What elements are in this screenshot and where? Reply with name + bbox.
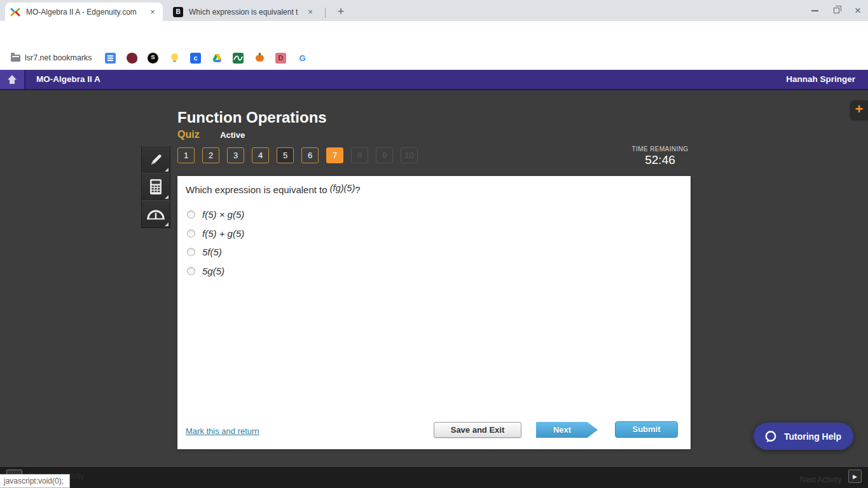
question-card: Which expression is equivalent to (fg)(5… [177,176,691,449]
window-minimize-button[interactable] [805,0,824,21]
quiz-status-badge: Active [220,130,245,140]
question-suffix: ? [355,184,360,195]
bookmark-google-drive-icon[interactable] [212,53,223,64]
bookmark-d-tile-icon[interactable]: D [275,53,286,64]
activity-bar: Previous Activity Next Activity ▶ [0,467,868,488]
tab-edgenuity[interactable]: MO-Algebra II A - Edgenuity.com × [5,3,163,21]
time-remaining-label: TIME REMAINING [623,146,697,152]
answer-option-label: f(5) + g(5) [202,228,244,239]
question-button-8: 8 [351,147,368,163]
new-tab-button[interactable]: + [332,3,350,20]
chat-bubble-icon [764,430,778,444]
window-close-button[interactable]: × [848,0,867,21]
answer-option-label: 5f(5) [202,247,222,257]
browser-toolbar: ← → ⟳ ⌂ r11.core.learn.edgenuity.com/Pla… [0,21,868,46]
answer-option-1[interactable]: f(5) × g(5) [187,209,244,220]
tutoring-help-button[interactable]: Tutoring Help [754,423,853,450]
student-name[interactable]: Hannah Springer [786,70,855,89]
highlighter-tool-button[interactable] [141,146,170,173]
page-title: Function Operations [177,109,327,126]
question-text: Which expression is equivalent to (fg)(5… [186,184,361,195]
close-tab-icon[interactable]: × [148,7,158,17]
question-button-4[interactable]: 4 [252,147,269,163]
bookmark-google-icon[interactable]: G [297,53,308,64]
side-plus-tab[interactable]: + [850,100,868,119]
question-button-10: 10 [401,147,418,163]
edgenuity-x-icon [10,7,20,17]
answer-option-label: f(5) × g(5) [202,209,244,220]
bookmark-blue-doc-icon[interactable] [105,53,116,64]
question-button-2[interactable]: 2 [202,147,219,163]
status-bar-url-tooltip: javascript:void(0); [0,474,70,488]
question-prefix: Which expression is equivalent to [186,184,330,195]
question-button-9: 9 [376,147,393,163]
question-button-6[interactable]: 6 [301,147,319,163]
answer-option-3[interactable]: 5f(5) [187,247,222,257]
home-icon [7,74,17,85]
next-activity-label: Next Activity [800,475,841,484]
course-title: MO-Algebra II A [36,70,100,89]
radio-button[interactable] [187,267,195,275]
tab-title: MO-Algebra II A - Edgenuity.com [26,8,144,17]
calculator-tool-button[interactable] [141,173,170,201]
protractor-icon [146,208,165,220]
calculator-icon [149,179,163,195]
answer-option-label: 5g(5) [202,266,224,276]
radio-button[interactable] [187,229,195,238]
answer-option-4[interactable]: 5g(5) [187,266,224,276]
tool-palette [141,146,170,228]
bookmarks-bar: lsr7.net bookmarks S c D G [0,46,868,70]
bookmarks-folder-icon[interactable] [11,55,20,62]
bookmark-desmos-icon[interactable] [233,53,244,64]
screen: MO-Algebra II A - Edgenuity.com × B Whic… [0,0,868,488]
bookmark-clever-icon[interactable]: c [190,53,201,64]
next-button[interactable]: Next [536,422,598,438]
save-and-exit-button[interactable]: Save and Exit [434,422,521,438]
brainly-b-icon: B [173,7,183,17]
radio-button[interactable] [187,210,195,219]
question-button-5[interactable]: 5 [277,147,294,163]
question-button-1[interactable]: 1 [177,147,195,163]
question-button-7-current[interactable]: 7 [326,147,343,163]
mark-and-return-link[interactable]: Mark this and return [186,426,259,436]
course-home-button[interactable] [0,70,25,89]
close-tab-icon[interactable]: × [305,7,315,17]
browser-tab-strip: MO-Algebra II A - Edgenuity.com × B Whic… [0,0,868,21]
course-header-bar: MO-Algebra II A Hannah Springer [0,70,868,90]
tab-divider [325,8,326,18]
pencil-icon [148,152,163,167]
bookmark-lightbulb-icon[interactable] [169,53,180,64]
submit-button[interactable]: Submit [615,421,678,438]
quiz-type-label: Quiz [177,129,200,140]
bookmark-pumpkin-icon[interactable] [254,53,265,64]
tutoring-help-label: Tutoring Help [784,431,841,442]
tab-title: Which expression is equivalent t [189,8,301,17]
question-math: (fg)(5) [330,183,355,193]
tab-brainly[interactable]: B Which expression is equivalent t × [168,3,320,21]
time-remaining-value: 52:46 [623,153,697,167]
time-remaining: TIME REMAINING 52:46 [623,146,697,167]
answer-option-2[interactable]: f(5) + g(5) [187,228,244,239]
bookmarks-folder-label[interactable]: lsr7.net bookmarks [25,53,92,62]
bookmark-s-circle-icon[interactable]: S [148,53,158,64]
question-nav: 1 2 3 4 5 6 7 8 9 10 [177,147,425,163]
bookmark-mascot-icon[interactable] [127,53,137,64]
window-restore-button[interactable] [827,0,846,21]
question-button-3[interactable]: 3 [227,147,244,163]
protractor-tool-button[interactable] [141,200,170,228]
radio-button[interactable] [187,248,195,256]
next-activity-button[interactable]: ▶ [848,470,862,483]
